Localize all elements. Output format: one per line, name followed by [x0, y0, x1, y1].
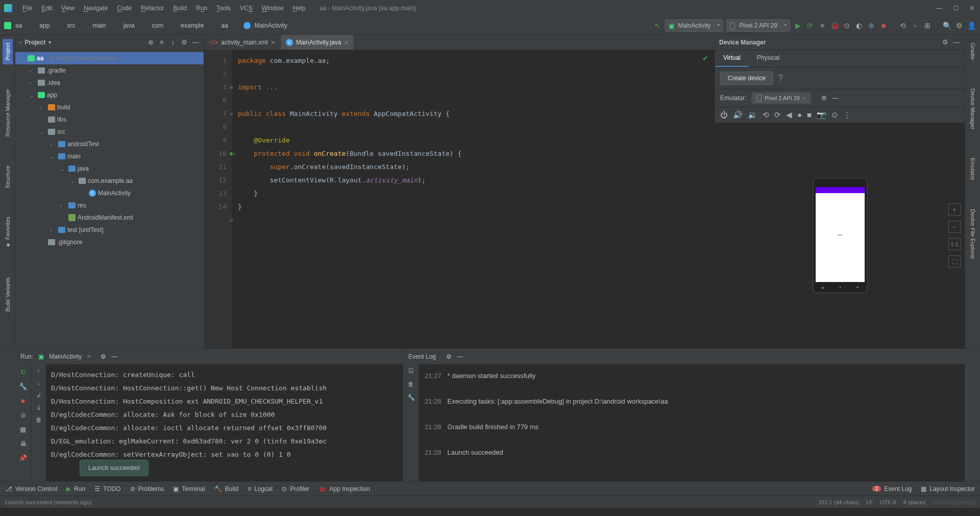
eventlog-content[interactable]: 21:27* daemon started successfully21:28E…	[419, 364, 965, 481]
breadcrumb-item[interactable]: aa	[219, 21, 230, 30]
close-button[interactable]: ✕	[968, 5, 976, 12]
tree-item[interactable]: ⌄app	[15, 89, 204, 101]
status-position[interactable]: 151:1 (44 chars)	[818, 499, 859, 505]
attach-debugger-icon[interactable]: ⊕	[867, 21, 876, 30]
locate-icon[interactable]: ⊕	[146, 38, 155, 46]
tab-favorites[interactable]: ★ Favorites	[2, 213, 13, 252]
bb-layout-inspector[interactable]: ▦ Layout Inspector	[921, 485, 975, 492]
breadcrumb-item[interactable]: app	[37, 21, 52, 30]
run-icon[interactable]: ▶	[793, 21, 802, 30]
tree-item[interactable]: ›.gradle	[15, 64, 204, 77]
pin-icon[interactable]: 📌	[18, 453, 28, 462]
layout-icon[interactable]: ▦	[18, 425, 28, 434]
rerun-icon[interactable]: ↻	[18, 367, 28, 377]
exit-icon[interactable]: ⊘	[18, 410, 28, 419]
device-dropdown[interactable]: Pixel 2 API 29	[726, 19, 790, 32]
coverage-icon[interactable]: ◐	[854, 21, 864, 30]
minimize-button[interactable]: —	[935, 5, 943, 12]
dropdown-icon[interactable]: ▾	[48, 39, 51, 45]
code-area[interactable]: package com.example.aa; import ... publi…	[232, 50, 715, 348]
more-icon[interactable]: ⋮	[843, 110, 851, 120]
bb-profiler[interactable]: ⊙ Profiler	[282, 485, 309, 492]
menu-help[interactable]: Help	[288, 3, 309, 14]
breadcrumb-item[interactable]: main	[90, 21, 108, 30]
zoom-out-icon[interactable]: −	[948, 221, 961, 233]
tree-item[interactable]: .gitignore	[15, 236, 204, 248]
volume-down-icon[interactable]: 🔉	[748, 110, 757, 120]
menu-window[interactable]: Window	[258, 3, 288, 14]
menu-edit[interactable]: Edit	[37, 3, 56, 14]
status-indent[interactable]: 4 spaces	[903, 499, 925, 505]
make-project-icon[interactable]: ↖	[653, 21, 662, 30]
volume-up-icon[interactable]: 🔊	[733, 110, 743, 120]
emulator-view[interactable]: aaaa ◀●■ + − 1:1 ⛶	[715, 123, 965, 348]
tree-item[interactable]: ›androidTest	[15, 138, 204, 150]
close-tab-icon[interactable]: ×	[344, 38, 348, 46]
tree-item[interactable]: ›test [unitTest]	[15, 224, 204, 236]
tab-resource-manager[interactable]: Resource Manager	[3, 85, 13, 141]
tree-item[interactable]: ›.idea	[15, 77, 204, 89]
bb-logcat[interactable]: ≡ Logcat	[248, 485, 273, 492]
tab-gradle[interactable]: Gradle	[968, 39, 978, 64]
menu-view[interactable]: View	[57, 3, 79, 14]
overview-icon[interactable]: ■	[807, 110, 812, 120]
delete-icon[interactable]: 🗑	[408, 381, 414, 388]
screenshot-icon[interactable]: 📷	[817, 110, 826, 120]
zoom-fit-icon[interactable]: ⛶	[948, 255, 961, 268]
attach-icon[interactable]: 🔧	[18, 382, 28, 391]
search-icon[interactable]: 🔍	[942, 21, 951, 30]
home-icon[interactable]: ●	[797, 110, 802, 120]
bb-version-control[interactable]: ⎇ Version Control	[5, 485, 57, 492]
status-line-sep[interactable]: LF	[866, 499, 873, 505]
sdk-icon[interactable]: ⊞	[923, 21, 932, 30]
bb-run[interactable]: ▶ Run	[66, 485, 85, 492]
record-icon[interactable]: ⊙	[831, 110, 838, 120]
breadcrumb-item[interactable]: com	[150, 21, 165, 30]
close-icon[interactable]: ×	[87, 353, 90, 360]
tree-item[interactable]: ›res	[15, 199, 204, 212]
phone-screen[interactable]: aaaa	[816, 187, 865, 282]
tab-device-file-explorer[interactable]: Device File Explorer	[968, 205, 978, 263]
apply-changes-icon[interactable]: ⟳	[805, 21, 815, 30]
bb-problems[interactable]: ⊘ Problems	[130, 485, 164, 492]
gear-icon[interactable]: ⚙	[101, 353, 106, 360]
close-icon[interactable]: ×	[803, 95, 806, 101]
editor-tab-xml[interactable]: </> activity_main.xml ×	[204, 35, 281, 50]
settings-icon[interactable]: ⚙	[954, 21, 964, 30]
tree-item[interactable]: CMainActivity	[15, 187, 204, 199]
tab-project[interactable]: Project	[3, 39, 13, 64]
tree-item[interactable]: ⌄java	[15, 162, 204, 175]
tree-item[interactable]: ⌄src	[15, 126, 204, 138]
editor-tab-java[interactable]: C MainActivity.java ×	[281, 35, 354, 50]
breadcrumb-item[interactable]: example	[179, 21, 206, 30]
help-icon[interactable]: ?	[778, 74, 783, 83]
bb-event-log[interactable]: 2 Event Log	[872, 485, 912, 492]
emulator-device-tab[interactable]: Pixel 2 API 29 ×	[751, 92, 811, 104]
sync-icon[interactable]: ⟲	[898, 21, 908, 30]
menu-navigate[interactable]: Navigate	[80, 3, 112, 14]
menu-tools[interactable]: Tools	[212, 3, 235, 14]
analysis-ok-icon[interactable]: ✔	[702, 54, 708, 62]
zoom-11-icon[interactable]: 1:1	[948, 238, 961, 250]
gear-icon[interactable]: ⚙	[941, 38, 949, 46]
tree-item[interactable]: ⌄com.example.aa	[15, 175, 204, 187]
bb-build[interactable]: 🔨 Build	[214, 485, 239, 492]
stop-icon[interactable]: ■	[879, 21, 888, 30]
collapse-icon[interactable]: ↕	[169, 38, 177, 46]
tree-item[interactable]: ›build	[15, 101, 204, 113]
back-icon[interactable]: ◀	[786, 110, 792, 120]
menu-file[interactable]: File	[18, 3, 36, 14]
zoom-in-icon[interactable]: +	[948, 203, 961, 216]
rotate-left-icon[interactable]: ⟲	[763, 110, 769, 120]
apply-code-icon[interactable]: ≡	[818, 21, 827, 30]
menu-run[interactable]: Run	[192, 3, 211, 14]
down-icon[interactable]: ↓	[37, 380, 40, 387]
run-config-dropdown[interactable]: ▣MainActivity	[665, 19, 723, 32]
editor-body[interactable]: 123⊞67⊟8910 ●↑111213⊟14 package com.exam…	[204, 50, 715, 348]
menu-vcs[interactable]: VCS	[236, 3, 257, 14]
hide-icon[interactable]: —	[952, 38, 961, 46]
power-icon[interactable]: ⏻	[720, 110, 728, 120]
tab-emulator[interactable]: Emulator	[968, 154, 978, 184]
stop-icon[interactable]: ■	[18, 396, 28, 405]
hide-icon[interactable]: —	[111, 353, 117, 360]
